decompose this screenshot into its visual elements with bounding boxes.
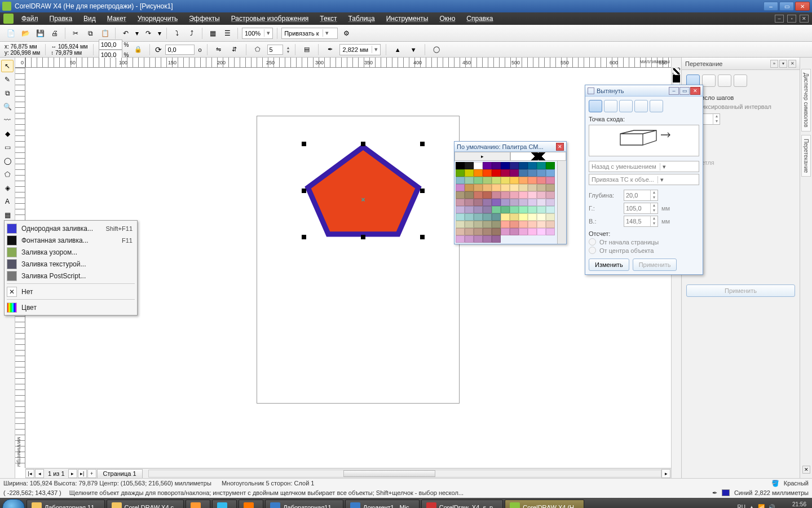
color-swatch[interactable] (456, 184, 465, 191)
color-swatch[interactable] (510, 184, 519, 191)
taskbar-item[interactable] (212, 500, 237, 509)
color-swatch[interactable] (483, 199, 492, 206)
color-swatch[interactable] (492, 184, 501, 191)
color-swatch[interactable] (546, 169, 555, 177)
redo-button[interactable]: ↷ (142, 27, 155, 40)
app-launcher-button[interactable]: ▦ (206, 27, 219, 40)
color-swatch[interactable] (519, 191, 528, 199)
color-swatch[interactable] (510, 191, 519, 199)
color-swatch[interactable] (537, 199, 546, 206)
export-button[interactable]: ⤴ (186, 27, 198, 40)
palette-swatch[interactable] (673, 75, 680, 82)
page-tab[interactable]: Страница 1 (97, 469, 143, 478)
color-swatch[interactable] (510, 199, 519, 206)
sides-input[interactable] (267, 45, 283, 55)
color-swatch[interactable] (546, 191, 555, 199)
hscroll-right-button[interactable]: ▸ (661, 469, 670, 478)
color-swatch[interactable] (546, 228, 555, 235)
color-swatch[interactable] (456, 213, 465, 221)
color-swatch[interactable] (501, 228, 510, 235)
cut-button[interactable]: ✂ (69, 27, 82, 40)
menu-упорядочить[interactable]: Упорядочить (132, 14, 183, 24)
to-back-button[interactable]: ▼ (407, 43, 420, 56)
color-swatch[interactable] (483, 191, 492, 199)
handle-sw[interactable] (302, 235, 306, 239)
ruler-origin[interactable] (15, 58, 25, 68)
minimize-button[interactable]: – (764, 2, 778, 11)
origin-page-radio[interactable]: От начала страницы (589, 238, 699, 246)
depth-spinner[interactable]: ▲▼ (624, 190, 658, 201)
horizontal-scrollbar[interactable] (148, 470, 661, 478)
handle-ne[interactable] (420, 142, 425, 146)
menu-инструменты[interactable]: Инструменты (381, 14, 434, 24)
color-swatch[interactable] (474, 162, 483, 169)
mdi-minimize-button[interactable]: – (775, 15, 784, 23)
color-swatch[interactable] (474, 235, 483, 243)
color-swatch[interactable] (501, 177, 510, 184)
color-swatch[interactable] (501, 213, 510, 221)
outline-swatch[interactable] (722, 489, 730, 496)
language-indicator[interactable]: RU (738, 504, 745, 508)
color-swatch[interactable] (528, 177, 537, 184)
extrude-docker[interactable]: Вытянуть – ▭ ✕ Точка схода: Назад с умен… (585, 85, 703, 275)
handle-s[interactable] (361, 235, 365, 239)
fill-menu-item[interactable]: Заливка PostScript... (5, 270, 137, 282)
docker-close-button[interactable]: ✕ (788, 60, 796, 68)
last-page-button[interactable]: ▸| (78, 469, 87, 478)
color-swatch[interactable] (483, 169, 492, 177)
color-swatch[interactable] (519, 221, 528, 228)
horizontal-ruler[interactable]: 0501001502002503003504004505005506006507… (25, 58, 671, 68)
color-swatch[interactable] (537, 213, 546, 221)
fill-menu-item[interactable]: Заливка узором... (5, 246, 137, 258)
color-swatch[interactable] (537, 169, 546, 177)
color-swatch[interactable] (483, 228, 492, 235)
mirror-h-button[interactable]: ⇋ (213, 43, 225, 56)
extrude-tab-light[interactable] (619, 100, 633, 112)
polygon-tool[interactable]: ⬠ (1, 168, 14, 181)
handle-se[interactable] (420, 235, 425, 239)
new-button[interactable]: 📄 (5, 27, 17, 40)
import-button[interactable]: ⤵ (171, 27, 183, 40)
color-swatch[interactable] (519, 184, 528, 191)
color-swatch[interactable] (465, 213, 474, 221)
color-swatch[interactable] (492, 169, 501, 177)
color-swatch[interactable] (474, 199, 483, 206)
text-tool[interactable]: A (1, 195, 14, 208)
mirror-v-button[interactable]: ⇵ (228, 43, 241, 56)
color-swatch[interactable] (483, 221, 492, 228)
color-swatch[interactable] (474, 206, 483, 213)
fill-menu-item[interactable]: Заливка текстурой... (5, 258, 137, 270)
color-swatch[interactable] (492, 177, 501, 184)
color-swatch[interactable] (474, 184, 483, 191)
color-swatch[interactable] (519, 213, 528, 221)
color-swatch[interactable] (519, 162, 528, 169)
color-swatch[interactable] (456, 228, 465, 235)
color-swatch[interactable] (501, 221, 510, 228)
color-swatch[interactable] (537, 221, 546, 228)
color-swatch[interactable] (465, 169, 474, 177)
color-swatch[interactable] (537, 206, 546, 213)
color-swatch[interactable] (456, 221, 465, 228)
crop-tool[interactable]: ⧉ (1, 87, 14, 99)
taskbar-item[interactable]: Лабораторная 11... (27, 500, 105, 509)
color-swatch[interactable] (537, 191, 546, 199)
menu-окно[interactable]: Окно (434, 14, 461, 24)
save-button[interactable]: 💾 (34, 27, 46, 40)
color-swatch[interactable] (465, 221, 474, 228)
color-swatch[interactable] (465, 206, 474, 213)
color-swatch[interactable] (501, 191, 510, 199)
fill-menu-item[interactable]: Фонтанная заливка...F11 (5, 234, 137, 246)
sides-up[interactable]: ▲ (286, 46, 290, 50)
palette-close-button[interactable]: ✕ (556, 143, 564, 151)
docker-collapse-button[interactable]: » (770, 60, 778, 68)
dockers-close-button[interactable]: ✕ (802, 466, 810, 474)
rectangle-tool[interactable]: ▭ (1, 141, 14, 154)
extrude-tab-bevel[interactable] (650, 100, 663, 112)
color-swatch[interactable] (537, 228, 546, 235)
rotation-input[interactable] (165, 45, 195, 55)
color-swatch[interactable] (492, 213, 501, 221)
sides-down[interactable]: ▼ (286, 50, 290, 54)
color-swatch[interactable] (465, 191, 474, 199)
outline-indicator-icon[interactable]: ✒ (712, 489, 717, 497)
taskbar-item[interactable] (239, 500, 263, 509)
